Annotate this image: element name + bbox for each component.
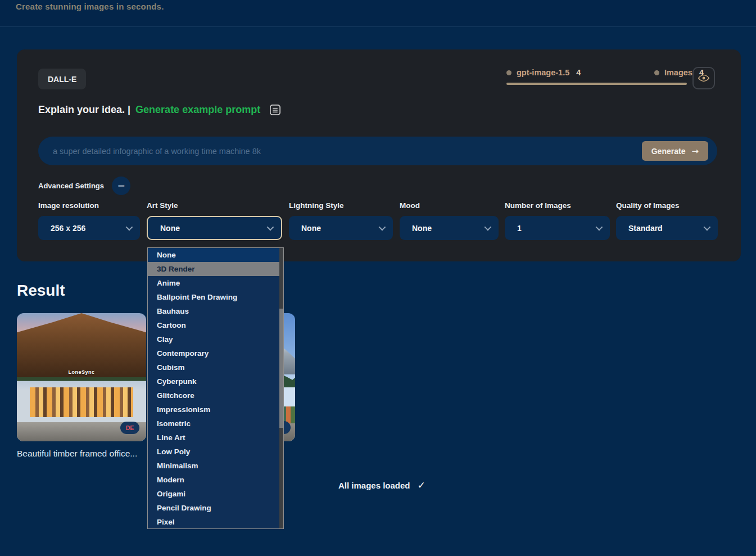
usage-images-label: Images	[664, 68, 692, 77]
tagline: Create stunning images in seconds.	[16, 2, 164, 11]
check-icon: ✓	[418, 480, 425, 491]
image-resolution-select[interactable]: 256 x 256	[38, 216, 140, 240]
arrow-right-icon: →	[691, 146, 699, 156]
select-value: None	[301, 224, 379, 233]
mood-select[interactable]: None	[400, 216, 499, 240]
dropdown-scrollbar-thumb[interactable]	[279, 309, 283, 428]
generate-button-label: Generate	[651, 147, 686, 156]
field-label: Quality of Images	[616, 201, 718, 210]
prompt-heading-row: Explain your idea. | Generate example pr…	[38, 103, 282, 116]
chevron-down-icon	[267, 224, 274, 231]
images-loaded-status: All images loaded ✓	[338, 480, 425, 491]
lightning-style-select[interactable]: None	[289, 216, 393, 240]
field-image-resolution: Image resolution 256 x 256	[38, 201, 140, 210]
usage-row: gpt-image-1.5 4 Images 4	[506, 68, 704, 77]
quality-of-images-select[interactable]: Standard	[616, 216, 718, 240]
prompt-input[interactable]	[53, 137, 643, 165]
usage-meter: gpt-image-1.5 4 Images 4	[506, 68, 704, 85]
field-mood: Mood None	[400, 201, 499, 210]
field-number-of-images: Number of Images 1	[505, 201, 610, 210]
dropdown-option[interactable]: Contemporary	[148, 346, 279, 360]
generate-example-prompt-link[interactable]: Generate example prompt	[135, 104, 260, 116]
dropdown-option[interactable]: Impressionism	[148, 403, 279, 417]
dropdown-option[interactable]: Bauhaus	[148, 304, 279, 318]
dropdown-option[interactable]: Minimalism	[148, 459, 279, 473]
number-of-images-select[interactable]: 1	[505, 216, 610, 240]
dropdown-option[interactable]: Pixel	[148, 515, 279, 529]
select-value: 1	[517, 224, 596, 233]
top-header: Create stunning images in seconds.	[0, 0, 756, 27]
chevron-down-icon	[126, 224, 133, 231]
status-text: All images loaded	[338, 481, 410, 490]
field-label: Image resolution	[38, 201, 140, 210]
result-heading: Result	[17, 282, 65, 300]
field-lightning-style: Lightning Style None	[289, 201, 393, 210]
model-badge-dalle[interactable]: DALL-E	[38, 69, 86, 89]
usage-model-group: gpt-image-1.5 4	[506, 68, 581, 77]
advanced-settings-collapse-button[interactable]: −	[112, 177, 130, 195]
field-quality-of-images: Quality of Images Standard	[616, 201, 718, 210]
prompt-input-wrap: Generate →	[38, 137, 717, 165]
advanced-settings-row: Advanced Settings −	[38, 177, 130, 195]
art-style-dropdown: None 3D Render Anime Ballpoint Pen Drawi…	[147, 247, 284, 529]
dropdown-option[interactable]: Clay	[148, 332, 279, 346]
dropdown-option[interactable]: Anime	[148, 276, 279, 290]
usage-model-label: gpt-image-1.5	[517, 68, 569, 77]
chevron-down-icon	[379, 224, 386, 231]
dropdown-scrollbar[interactable]	[279, 248, 283, 528]
dropdown-option[interactable]: 3D Render	[148, 262, 279, 276]
usage-model-value: 4	[576, 68, 581, 77]
dropdown-option[interactable]: Cubism	[148, 360, 279, 374]
bullet-dot-icon	[506, 70, 511, 75]
usage-progress-bar	[506, 83, 687, 85]
prompt-heading: Explain your idea. |	[38, 104, 130, 116]
result-image-caption: Beautiful timber framed office...	[17, 449, 137, 459]
preview-toggle-button[interactable]	[692, 67, 715, 89]
select-value: 256 x 256	[51, 224, 126, 233]
dropdown-option[interactable]: Ballpoint Pen Drawing	[148, 290, 279, 304]
prompt-list-icon[interactable]	[269, 103, 282, 116]
chevron-down-icon	[704, 224, 711, 231]
dropdown-option[interactable]: Origami	[148, 487, 279, 501]
dropdown-option[interactable]: Cartoon	[148, 318, 279, 332]
dropdown-option[interactable]: Glitchcore	[148, 388, 279, 403]
field-label: Mood	[400, 201, 499, 210]
dropdown-option[interactable]: Line Art	[148, 431, 279, 445]
result-image-1[interactable]: LoneSync DE	[17, 313, 146, 441]
generator-panel: DALL-E gpt-image-1.5 4 Images 4 Explain …	[17, 49, 741, 261]
image-lit-windows	[30, 387, 133, 417]
advanced-settings-label: Advanced Settings	[38, 182, 104, 190]
image-lodge-logo-text: LoneSync	[17, 369, 146, 375]
dropdown-option[interactable]: Pencil Drawing	[148, 501, 279, 515]
field-label: Art Style	[147, 201, 282, 210]
field-label: Lightning Style	[289, 201, 393, 210]
select-value: None	[412, 224, 485, 233]
art-style-select[interactable]: None	[147, 216, 282, 240]
generate-button[interactable]: Generate →	[642, 141, 708, 161]
dropdown-option[interactable]: None	[148, 248, 279, 262]
chevron-down-icon	[485, 224, 492, 231]
dropdown-option[interactable]: Modern	[148, 473, 279, 487]
chevron-down-icon	[596, 224, 603, 231]
dropdown-option[interactable]: Low Poly	[148, 445, 279, 459]
select-value: Standard	[628, 224, 704, 233]
eye-icon	[698, 72, 710, 84]
language-badge: DE	[120, 422, 139, 434]
bullet-dot-icon	[654, 70, 659, 75]
dropdown-option[interactable]: Isometric	[148, 417, 279, 431]
field-art-style: Art Style None	[147, 201, 282, 210]
settings-fields: Image resolution 256 x 256 Art Style Non…	[17, 201, 741, 241]
field-label: Number of Images	[505, 201, 610, 210]
select-value: None	[160, 224, 267, 233]
dropdown-option[interactable]: Cyberpunk	[148, 374, 279, 388]
